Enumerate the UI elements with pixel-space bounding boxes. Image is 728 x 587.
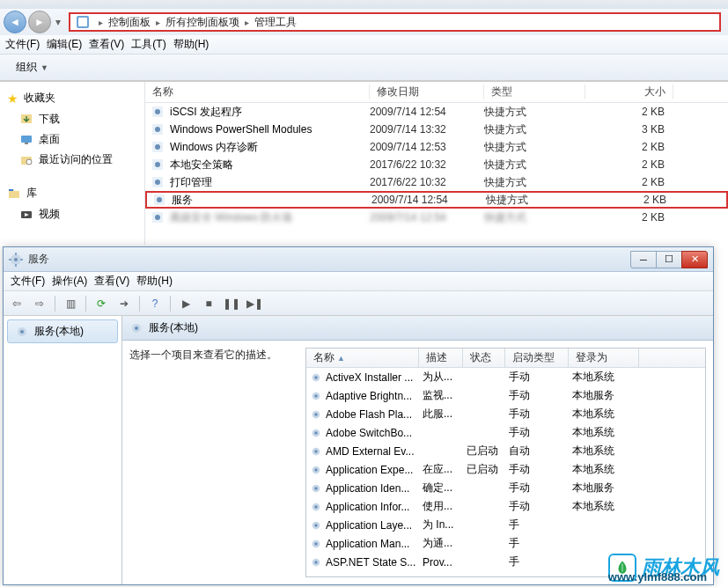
file-row[interactable]: iSCSI 发起程序 2009/7/14 12:54 快捷方式 2 KB [145, 103, 728, 121]
service-row[interactable]: ActiveX Installer ... 为从... 手动 本地系统 [306, 368, 705, 386]
svg-rect-6 [9, 189, 13, 191]
service-startup: 手 [505, 554, 569, 569]
service-logon: 本地系统 [569, 370, 639, 385]
column-header-status[interactable]: 状态 [463, 349, 505, 367]
svg-point-11 [155, 127, 160, 132]
breadcrumb-item[interactable]: 管理工具 [254, 15, 297, 30]
column-header-desc[interactable]: 描述 [419, 349, 463, 367]
column-header-name[interactable]: 名称 [145, 84, 370, 99]
file-date: 2009/7/14 13:32 [370, 123, 484, 136]
restart-icon[interactable]: ▶❚ [245, 294, 264, 313]
maximize-button[interactable]: ☐ [656, 251, 682, 268]
file-name: 本地安全策略 [170, 158, 233, 172]
breadcrumb-item[interactable]: 所有控制面板项 [165, 15, 239, 30]
organize-label: 组织 [16, 60, 37, 75]
breadcrumb-item[interactable]: 控制面板 [108, 15, 151, 30]
svg-point-15 [155, 162, 160, 167]
stop-icon[interactable]: ■ [199, 294, 218, 313]
svg-point-39 [314, 431, 318, 435]
service-row[interactable]: AMD External Ev... 已启动 自动 本地系统 [306, 442, 705, 460]
nav-forward-button[interactable]: ► [28, 11, 51, 33]
svg-point-21 [155, 215, 160, 220]
column-header-date[interactable]: 修改日期 [370, 84, 484, 99]
svg-point-31 [135, 327, 138, 330]
close-button[interactable]: ✕ [681, 251, 708, 268]
column-header-size[interactable]: 大小 [585, 84, 673, 99]
gear-icon [310, 445, 322, 458]
service-row[interactable]: Adobe SwitchBo... 手动 本地系统 [306, 423, 705, 442]
sidebar-favorites-header[interactable]: ★ 收藏夹 [0, 87, 144, 109]
service-startup: 手 [505, 536, 569, 551]
sidebar-item-downloads[interactable]: 下载 [0, 109, 144, 129]
gear-icon [310, 408, 322, 421]
service-row[interactable]: Adobe Flash Pla... 此服... 手动 本地系统 [306, 405, 705, 423]
nav-back-button[interactable]: ◄ [4, 11, 26, 33]
help-icon[interactable]: ? [145, 294, 165, 313]
column-header-type[interactable]: 类型 [484, 84, 585, 99]
forward-icon[interactable]: ⇨ [30, 294, 49, 313]
services-local-node[interactable]: 服务(本地) [7, 319, 118, 343]
file-row[interactable]: Windows PowerShell Modules 2009/7/14 13:… [145, 121, 728, 138]
nav-history-dropdown[interactable]: ▾ [53, 16, 65, 28]
services-rows-container[interactable]: ActiveX Installer ... 为从... 手动 本地系统 Adap… [306, 368, 705, 576]
menu-file[interactable]: 文件(F) [7, 272, 48, 290]
address-bar[interactable]: ▸ 控制面板 ▸ 所有控制面板项 ▸ 管理工具 [69, 12, 721, 32]
play-icon[interactable]: ▶ [176, 294, 195, 313]
menu-help[interactable]: 帮助(H) [133, 272, 176, 290]
file-type: 快捷方式 [486, 193, 587, 208]
file-row[interactable]: 服务 2009/7/14 12:54 快捷方式 2 KB [145, 191, 728, 209]
file-date: 2017/6/22 10:32 [370, 176, 484, 188]
service-row[interactable]: Application Man... 为通... 手 [306, 534, 705, 553]
export-icon[interactable]: ➔ [114, 294, 134, 313]
service-row[interactable]: Adaptive Brightn... 监视... 手动 本地服务 [306, 386, 705, 405]
show-hide-icon[interactable]: ▥ [61, 294, 80, 313]
file-row[interactable]: 本地安全策略 2017/6/22 10:32 快捷方式 2 KB [145, 156, 728, 173]
menu-edit[interactable]: 编辑(E) [43, 35, 85, 54]
sidebar-item-recent[interactable]: 最近访问的位置 [0, 150, 144, 170]
menu-tools[interactable]: 工具(T) [128, 35, 169, 54]
menu-help[interactable]: 帮助(H) [170, 35, 213, 54]
service-row[interactable]: Application Expe... 在应... 已启动 手动 本地系统 [306, 460, 705, 479]
service-row[interactable]: Application Infor... 使用... 手动 本地系统 [306, 497, 705, 516]
file-row[interactable]: 高级安全 Windows 防火墙 2009/7/14 12:54 快捷方式 2 … [145, 209, 728, 226]
menu-view[interactable]: 查看(V) [91, 272, 133, 290]
sidebar-library-header[interactable]: 库 [0, 182, 144, 204]
service-startup: 手动 [505, 499, 569, 514]
file-type: 快捷方式 [484, 158, 585, 172]
service-row[interactable]: Application Iden... 确定... 手动 本地服务 [306, 479, 705, 497]
service-startup: 手动 [505, 425, 569, 440]
column-header-logon[interactable]: 登录为 [569, 349, 639, 367]
file-name: Windows 内存诊断 [170, 140, 258, 155]
service-logon: 本地系统 [569, 499, 639, 514]
column-header-startup[interactable]: 启动类型 [505, 349, 569, 367]
service-name: Application Infor... [326, 501, 409, 513]
service-row[interactable]: Application Laye... 为 In... 手 [306, 516, 705, 534]
column-header-name[interactable]: 名称▲ [306, 349, 419, 367]
svg-point-49 [314, 524, 318, 527]
file-row[interactable]: Windows 内存诊断 2009/7/14 12:53 快捷方式 2 KB [145, 138, 728, 156]
sidebar-item-desktop[interactable]: 桌面 [0, 129, 144, 150]
menu-view[interactable]: 查看(V) [85, 35, 128, 54]
sidebar-item-label: 视频 [39, 207, 60, 222]
file-size: 2 KB [587, 194, 675, 206]
back-icon[interactable]: ⇦ [7, 294, 26, 313]
services-left-panel: 服务(本地) [4, 316, 122, 584]
refresh-icon[interactable]: ⟳ [92, 294, 111, 313]
titlebar[interactable]: 服务 ─ ☐ ✕ [4, 247, 713, 272]
minimize-button[interactable]: ─ [630, 251, 657, 268]
service-logon: 本地系统 [569, 444, 639, 459]
menu-file[interactable]: 文件(F) [2, 35, 43, 54]
toolbar-separator [85, 296, 86, 312]
organize-button[interactable]: 组织 ▼ [7, 57, 57, 77]
menu-action[interactable]: 操作(A) [48, 272, 91, 290]
service-desc: 为通... [419, 536, 463, 551]
file-row[interactable]: 打印管理 2017/6/22 10:32 快捷方式 2 KB [145, 173, 728, 191]
service-logon: 本地系统 [569, 425, 639, 440]
pause-icon[interactable]: ❚❚ [222, 294, 241, 313]
toolbar-separator [139, 296, 140, 312]
svg-rect-2 [21, 136, 32, 143]
sidebar-item-video[interactable]: 视频 [0, 204, 144, 224]
services-menu-bar: 文件(F) 操作(A) 查看(V) 帮助(H) [4, 272, 713, 291]
file-size: 2 KB [585, 211, 673, 224]
gear-icon [310, 501, 322, 513]
